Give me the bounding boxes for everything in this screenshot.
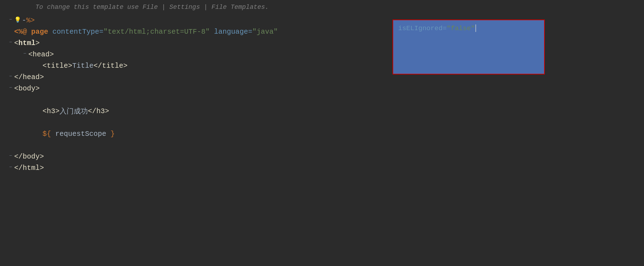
attr-contenttype: contentType= xyxy=(52,28,103,36)
fold-icon[interactable]: − xyxy=(7,17,14,24)
autocomplete-attr: isELIgnored= xyxy=(398,24,447,32)
code-line-empty-3 xyxy=(0,139,644,151)
comment-text: To change this template use File | Setti… xyxy=(7,0,269,15)
code-line-directive-start: − 💡 - %> xyxy=(0,15,644,26)
fold-icon-head[interactable]: − xyxy=(21,51,28,58)
autocomplete-popup[interactable]: isELIgnored= "false" xyxy=(392,20,545,74)
editor-area: To change this template use File | Setti… xyxy=(0,0,644,266)
fold-icon-html[interactable]: − xyxy=(7,39,14,46)
fold-icon-html-close[interactable]: − xyxy=(7,164,14,171)
code-line-html-close: − </ html > xyxy=(0,162,644,173)
code-line-empty-2 xyxy=(0,117,644,128)
code-line-empty-1 xyxy=(0,94,644,105)
autocomplete-val: "false" xyxy=(447,24,475,32)
code-line-head-open: − < head > xyxy=(0,49,644,60)
val-contenttype: "text/html;charset=UTF-8" xyxy=(103,28,210,36)
code-line-page-directive[interactable]: <%@ page contentType= "text/html;charset… xyxy=(0,26,644,37)
code-line-head-close: − </ head > xyxy=(0,71,644,83)
html-open-tag-close: > xyxy=(35,39,40,47)
directive-tag: %> xyxy=(26,16,35,24)
code-line-body-close: − </ body > xyxy=(0,151,644,162)
attr-language: language= xyxy=(214,28,252,36)
html-open-tag: < xyxy=(14,39,18,47)
bulb-icon[interactable]: 💡 xyxy=(14,16,22,24)
el-expression: ${ xyxy=(43,130,55,138)
h3-content: 入门成功 xyxy=(60,106,88,116)
code-line-h3: < h3 > 入门成功 </ h3 > xyxy=(0,105,644,117)
html-tag-name: html xyxy=(18,39,35,47)
code-line-html-open: − < html > xyxy=(0,37,644,49)
directive-keyword: <%@ xyxy=(14,28,31,36)
fold-icon-body-close[interactable]: − xyxy=(7,153,14,160)
directive-start-text: - xyxy=(22,16,26,24)
page-keyword: page xyxy=(31,28,52,36)
fold-icon-body[interactable]: − xyxy=(7,85,14,92)
text-cursor xyxy=(475,24,476,32)
comment-line: To change this template use File | Setti… xyxy=(0,0,644,15)
autocomplete-item[interactable]: isELIgnored= "false" xyxy=(393,20,544,74)
val-language: "java" xyxy=(252,28,278,36)
fold-icon-head-close[interactable]: − xyxy=(7,73,14,81)
code-line-title: < title > Title </ title > xyxy=(0,60,644,71)
code-line-body-open: − < body > xyxy=(0,83,644,94)
code-line-el: ${ requestScope } xyxy=(0,128,644,139)
